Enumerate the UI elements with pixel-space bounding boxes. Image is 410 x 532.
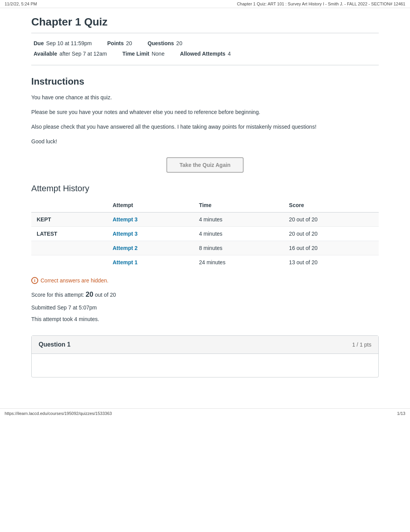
allowed-attempts-value: 4 bbox=[228, 49, 231, 59]
quiz-meta: Due Sep 10 at 11:59pm Points 20 Question… bbox=[31, 33, 379, 65]
score-info-line1: Score for this attempt: 20 out of 20 bbox=[31, 288, 379, 301]
attempt-row-time: 24 minutes bbox=[193, 255, 283, 269]
attempt-row-time: 8 minutes bbox=[193, 241, 283, 255]
table-row: KEPTAttempt 34 minutes20 out of 20 bbox=[31, 212, 379, 226]
table-row: Attempt 28 minutes16 out of 20 bbox=[31, 241, 379, 255]
take-quiz-again-button[interactable]: Take the Quiz Again bbox=[166, 157, 244, 173]
question-body bbox=[32, 354, 378, 377]
attempt-row-time: 4 minutes bbox=[193, 226, 283, 241]
available-value: after Sep 7 at 12am bbox=[59, 49, 107, 59]
footer-bar: https://ilearn.laccd.edu/courses/195092/… bbox=[0, 408, 410, 418]
attempt-row-attempt[interactable]: Attempt 2 bbox=[107, 241, 194, 255]
correct-answers-notice: i Correct answers are hidden. bbox=[31, 277, 379, 284]
points-label: Points bbox=[107, 39, 124, 48]
score-suffix: out of 20 bbox=[95, 292, 116, 298]
due-value: Sep 10 at 11:59pm bbox=[46, 39, 91, 48]
attempt-row-attempt[interactable]: Attempt 1 bbox=[107, 255, 194, 269]
instructions-p2: Please be sure you have your notes and w… bbox=[31, 108, 379, 117]
attempt-row-label bbox=[31, 241, 107, 255]
attempt-history-table: Attempt Time Score KEPTAttempt 34 minute… bbox=[31, 198, 379, 269]
score-value: 20 bbox=[86, 291, 93, 298]
points-value: 20 bbox=[126, 39, 132, 48]
question-section: Question 1 1 / 1 pts bbox=[31, 335, 379, 377]
notice-icon: i bbox=[31, 277, 38, 284]
table-row: Attempt 124 minutes13 out of 20 bbox=[31, 255, 379, 269]
attempt-row-score: 16 out of 20 bbox=[284, 241, 379, 255]
question-header: Question 1 1 / 1 pts bbox=[32, 336, 378, 354]
instructions-title: Instructions bbox=[31, 76, 379, 87]
col-header-attempt: Attempt bbox=[107, 198, 194, 212]
instructions-p4: Good luck! bbox=[31, 137, 379, 146]
attempt-row-attempt[interactable]: Attempt 3 bbox=[107, 212, 194, 226]
questions-value: 20 bbox=[176, 39, 183, 48]
col-header-score: Score bbox=[284, 198, 379, 212]
attempt-row-attempt[interactable]: Attempt 3 bbox=[107, 226, 194, 241]
correct-answers-text: Correct answers are hidden. bbox=[41, 277, 108, 284]
score-label: Score for this attempt: bbox=[31, 292, 84, 298]
col-header-label bbox=[31, 198, 107, 212]
attempt-row-score: 20 out of 20 bbox=[284, 212, 379, 226]
quiz-title: Chapter 1 Quiz bbox=[31, 8, 379, 33]
browser-page-title: Chapter 1 Quiz: ART 101 : Survey Art His… bbox=[237, 2, 405, 6]
browser-timestamp: 11/2/22, 5:24 PM bbox=[5, 2, 37, 6]
score-info-duration: This attempt took 4 minutes. bbox=[31, 314, 379, 325]
time-limit-value: None bbox=[152, 49, 164, 59]
question-title: Question 1 bbox=[39, 341, 71, 348]
question-pts: 1 / 1 pts bbox=[352, 342, 371, 348]
table-row: LATESTAttempt 34 minutes20 out of 20 bbox=[31, 226, 379, 241]
attempt-row-score: 20 out of 20 bbox=[284, 226, 379, 241]
footer-url: https://ilearn.laccd.edu/courses/195092/… bbox=[5, 411, 112, 416]
instructions-p3: Also please check that you have answered… bbox=[31, 122, 379, 132]
footer-pagination: 1/13 bbox=[397, 411, 405, 416]
attempt-history-title: Attempt History bbox=[31, 184, 379, 194]
instructions-p1: You have one chance at this quiz. bbox=[31, 93, 379, 102]
due-label: Due bbox=[34, 39, 44, 48]
attempt-row-label: LATEST bbox=[31, 226, 107, 241]
allowed-attempts-label: Allowed Attempts bbox=[180, 49, 225, 59]
questions-label: Questions bbox=[147, 39, 174, 48]
available-label: Available bbox=[34, 49, 57, 59]
attempt-row-label bbox=[31, 255, 107, 269]
time-limit-label: Time Limit bbox=[122, 49, 149, 59]
col-header-time: Time bbox=[193, 198, 283, 212]
attempt-row-score: 13 out of 20 bbox=[284, 255, 379, 269]
attempt-row-label: KEPT bbox=[31, 212, 107, 226]
score-info-submitted: Submitted Sep 7 at 5:07pm bbox=[31, 303, 379, 313]
attempt-row-time: 4 minutes bbox=[193, 212, 283, 226]
